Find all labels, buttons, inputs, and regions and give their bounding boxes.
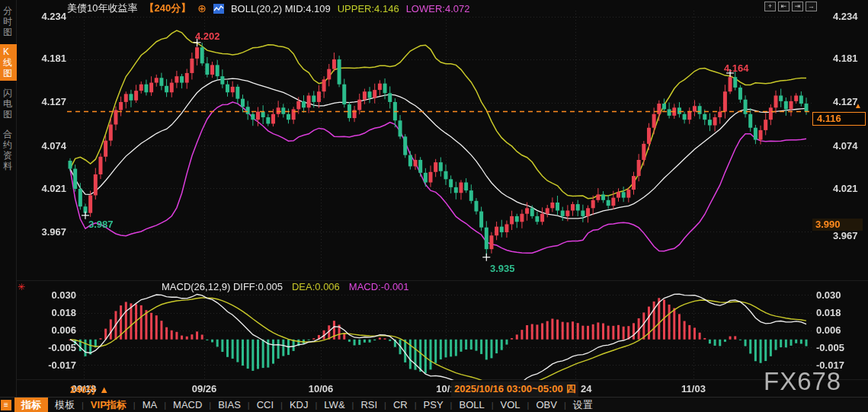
high-price-annotation: 4.202 bbox=[195, 30, 220, 42]
macd-dea-label: DEA:0.006 bbox=[292, 281, 340, 292]
sidebar: 分时图 K线图 闪电图 合约资料 bbox=[0, 0, 17, 412]
panel-icon[interactable]: ≡ bbox=[1, 400, 11, 410]
toolbar-item-bias[interactable]: BIAS bbox=[211, 398, 248, 411]
scale-left-icon[interactable]: ⇤ bbox=[778, 2, 790, 11]
y-axis-label: 4.234 bbox=[833, 11, 858, 22]
y-axis-label: 3.967 bbox=[21, 226, 66, 238]
indicator-settings-icon[interactable]: ✳ bbox=[18, 282, 25, 292]
macd-axis-label: -0.005 bbox=[816, 342, 844, 353]
toolbar-item-indicators[interactable]: 指标 bbox=[14, 398, 48, 412]
macd-axis-label: 0.006 bbox=[816, 324, 841, 336]
toolbar-item-kdj[interactable]: KDJ bbox=[283, 398, 315, 411]
y-axis-label: 4.127 bbox=[21, 96, 66, 107]
y-axis-label: 4.074 bbox=[21, 140, 66, 152]
high-price-annotation: 4.164 bbox=[724, 62, 749, 74]
sidebar-tab-flash[interactable]: 闪电图 bbox=[0, 85, 17, 122]
period-tag: 【240分】 bbox=[144, 2, 191, 15]
price-up-arrow-icon: ▲ bbox=[854, 101, 862, 110]
toolbar-item-cci[interactable]: CCI bbox=[250, 398, 280, 411]
y-axis-label: 4.021 bbox=[21, 183, 66, 194]
sidebar-tab-contract-info[interactable]: 合约资料 bbox=[0, 126, 17, 174]
macd-header: MACD(26,12,9) DIFF:0.005 DEA:0.006 MACD:… bbox=[162, 281, 409, 292]
macd-axis-label: -0.017 bbox=[816, 359, 844, 371]
toolbar-item-psy[interactable]: PSY bbox=[417, 398, 450, 411]
toolbar-item-ma[interactable]: MA bbox=[136, 398, 165, 411]
macd-axis-label: -0.005 bbox=[30, 342, 76, 353]
macd-axis-label: 0.018 bbox=[30, 307, 76, 318]
current-price-badge: 4.116 bbox=[812, 112, 866, 126]
toolbar-item-cr[interactable]: CR bbox=[386, 398, 415, 411]
macd-diff-label: MACD(26,12,9) DIFF:0.005 bbox=[162, 281, 283, 292]
toolbar-item-vol[interactable]: VOL bbox=[494, 398, 527, 411]
x-axis-label: 09/26 bbox=[192, 383, 217, 394]
y-axis-label: 4.181 bbox=[21, 53, 66, 64]
x-axis-label: 10/06 bbox=[309, 383, 334, 394]
macd-axis-label: 0.018 bbox=[816, 307, 841, 318]
boll-upper-label: UPPER:4.146 bbox=[338, 3, 399, 14]
crosshair-icon[interactable]: + bbox=[764, 2, 776, 11]
trading-app: { "header": { "title": "美债10年收益率", "peri… bbox=[0, 0, 868, 412]
toolbar-item-macd[interactable]: MACD bbox=[166, 398, 209, 411]
indicator-toolbar: ≡ 指标 模板 | VIP指标 | MA | MACD | BIAS | CCI… bbox=[0, 397, 868, 412]
boll-lower-label: LOWER:4.072 bbox=[406, 3, 470, 14]
scale-right-icon[interactable]: ⇥ bbox=[792, 2, 803, 11]
low-price-annotation: 3.935 bbox=[490, 263, 515, 274]
chart-tool-buttons: + ⇤ ⇥ → bbox=[764, 2, 817, 11]
chart-header: 美债10年收益率 【240分】 ⊕ BOLL(20,2) MID:4.109 U… bbox=[67, 2, 469, 15]
toolbar-item-boll[interactable]: BOLL bbox=[452, 398, 491, 411]
macd-axis-label: -0.017 bbox=[30, 359, 76, 371]
toolbar-item-vip[interactable]: VIP指标 bbox=[84, 398, 133, 412]
x-axis-label: 11/03 bbox=[681, 383, 706, 394]
macd-axis-label: 0.030 bbox=[816, 289, 841, 301]
toolbar-item-rsi[interactable]: RSI bbox=[354, 398, 384, 411]
toolbar-item-templates[interactable]: 模板 bbox=[48, 398, 82, 412]
period-selector[interactable]: 240分 ▲ bbox=[70, 383, 109, 397]
y-axis-label: 3.967 bbox=[833, 230, 858, 241]
toolbar-item-obv[interactable]: OBV bbox=[529, 398, 563, 411]
macd-axis-label: 0.006 bbox=[30, 324, 76, 336]
boll-mid-label: BOLL(20,2) MID:4.109 bbox=[231, 3, 331, 14]
x-axis-label: 24 bbox=[581, 383, 591, 394]
y-axis-label: 4.021 bbox=[833, 183, 858, 194]
pan-right-icon[interactable]: → bbox=[806, 2, 817, 11]
settle-price-badge: 3.990 bbox=[812, 219, 863, 231]
crosshair-date-tooltip: 2025/10/16 03:00~05:00 四 bbox=[451, 382, 578, 397]
macd-axis-label: 0.030 bbox=[30, 289, 76, 301]
macd-value-label: MACD:-0.001 bbox=[349, 281, 409, 292]
chart-icon bbox=[213, 4, 224, 14]
sidebar-tab-kline[interactable]: K线图 bbox=[0, 44, 17, 81]
y-axis-label: 4.074 bbox=[833, 140, 858, 152]
add-indicator-icon[interactable]: ⊕ bbox=[197, 2, 207, 14]
y-axis-label: 4.181 bbox=[833, 53, 858, 64]
sidebar-tab-timeline[interactable]: 分时图 bbox=[0, 3, 17, 40]
toolbar-item-lw[interactable]: LW& bbox=[317, 398, 351, 411]
toolbar-item-settings[interactable]: 设置 bbox=[566, 398, 600, 412]
watermark: FX678 bbox=[764, 367, 841, 396]
y-axis-label: 4.234 bbox=[21, 11, 66, 22]
low-price-annotation: 3.987 bbox=[88, 219, 114, 230]
instrument-title: 美债10年收益率 bbox=[67, 2, 137, 15]
